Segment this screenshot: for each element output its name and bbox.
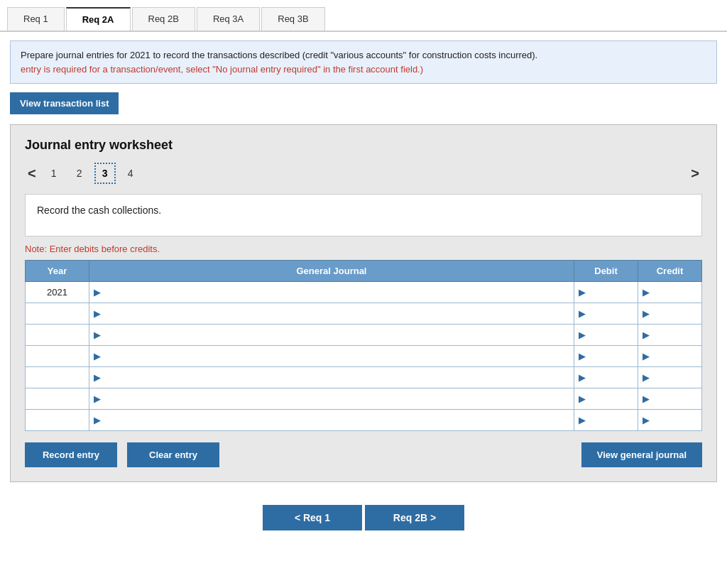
tab-req3a[interactable]: Req 3A xyxy=(197,7,260,31)
view-transaction-list-button[interactable]: View transaction list xyxy=(10,92,119,114)
table-row: ▶▶▶ xyxy=(26,410,702,431)
table-row: 2021▶▶▶ xyxy=(26,282,702,303)
credit-arrow-icon: ▶ xyxy=(643,372,650,383)
tab-req1[interactable]: Req 1 xyxy=(7,7,65,31)
year-cell xyxy=(26,325,89,346)
general-journal-cell[interactable]: ▶ xyxy=(89,367,574,388)
year-cell: 2021 xyxy=(26,282,89,303)
step-3-button[interactable]: 3 xyxy=(94,163,116,184)
clear-entry-button[interactable]: Clear entry xyxy=(127,442,219,467)
worksheet-title: Journal entry worksheet xyxy=(25,138,702,153)
step-navigator: < 1 2 3 4 > xyxy=(25,163,702,184)
record-entry-button[interactable]: Record entry xyxy=(25,442,117,467)
debit-cell[interactable]: ▶ xyxy=(574,388,638,410)
year-cell xyxy=(26,346,89,367)
general-journal-cell[interactable]: ▶ xyxy=(89,346,574,367)
credit-arrow-icon: ▶ xyxy=(643,393,650,404)
tab-req2a[interactable]: Req 2A xyxy=(66,7,131,31)
gj-arrow-icon: ▶ xyxy=(94,372,101,383)
debit-cell[interactable]: ▶ xyxy=(574,346,638,367)
debit-arrow-icon: ▶ xyxy=(579,308,586,319)
tab-req3b[interactable]: Req 3B xyxy=(261,7,324,31)
next-step-button[interactable]: > xyxy=(688,165,702,182)
prev-step-button[interactable]: < xyxy=(25,165,39,182)
gj-arrow-icon: ▶ xyxy=(94,287,101,298)
journal-table: Year General Journal Debit Credit 2021▶▶… xyxy=(25,260,702,431)
credit-cell[interactable]: ▶ xyxy=(638,303,702,325)
debit-cell[interactable]: ▶ xyxy=(574,410,638,431)
table-row: ▶▶▶ xyxy=(26,367,702,388)
action-buttons: Record entry Clear entry View general jo… xyxy=(25,442,702,467)
general-journal-cell[interactable]: ▶ xyxy=(89,410,574,431)
debit-arrow-icon: ▶ xyxy=(579,372,586,383)
general-journal-cell[interactable]: ▶ xyxy=(89,325,574,346)
step-1-button[interactable]: 1 xyxy=(43,163,65,184)
gj-arrow-icon: ▶ xyxy=(94,351,101,361)
credit-arrow-icon: ▶ xyxy=(643,415,650,425)
instruction-text: Record the cash collections. xyxy=(37,205,161,216)
col-header-credit: Credit xyxy=(638,261,702,282)
view-general-journal-button[interactable]: View general journal xyxy=(581,442,702,467)
general-journal-cell[interactable]: ▶ xyxy=(89,388,574,410)
credit-arrow-icon: ▶ xyxy=(643,351,650,361)
instruction-box: Record the cash collections. xyxy=(25,194,702,236)
prev-nav-button[interactable]: < Req 1 xyxy=(263,505,362,530)
col-header-debit: Debit xyxy=(574,261,638,282)
debit-arrow-icon: ▶ xyxy=(579,330,586,340)
col-header-gj: General Journal xyxy=(89,261,574,282)
credit-cell[interactable]: ▶ xyxy=(638,388,702,410)
credit-cell[interactable]: ▶ xyxy=(638,346,702,367)
credit-cell[interactable]: ▶ xyxy=(638,367,702,388)
credit-arrow-icon: ▶ xyxy=(643,287,650,298)
credit-cell[interactable]: ▶ xyxy=(638,325,702,346)
info-box: Prepare journal entries for 2021 to reco… xyxy=(10,40,717,84)
debit-cell[interactable]: ▶ xyxy=(574,303,638,325)
gj-arrow-icon: ▶ xyxy=(94,415,101,425)
gj-arrow-icon: ▶ xyxy=(94,330,101,340)
note-text: Note: Enter debits before credits. xyxy=(25,244,702,254)
year-cell xyxy=(26,388,89,410)
debit-arrow-icon: ▶ xyxy=(579,351,586,361)
credit-arrow-icon: ▶ xyxy=(643,308,650,319)
debit-cell[interactable]: ▶ xyxy=(574,325,638,346)
year-cell xyxy=(26,410,89,431)
debit-arrow-icon: ▶ xyxy=(579,393,586,404)
credit-cell[interactable]: ▶ xyxy=(638,410,702,431)
col-header-year: Year xyxy=(26,261,89,282)
tab-req2b[interactable]: Req 2B xyxy=(132,7,195,31)
tabs-bar: Req 1 Req 2A Req 2B Req 3A Req 3B xyxy=(0,0,727,32)
debit-arrow-icon: ▶ xyxy=(579,287,586,298)
table-row: ▶▶▶ xyxy=(26,346,702,367)
next-nav-button[interactable]: Req 2B > xyxy=(365,505,464,530)
table-row: ▶▶▶ xyxy=(26,388,702,410)
year-cell xyxy=(26,303,89,325)
debit-cell[interactable]: ▶ xyxy=(574,282,638,303)
gj-arrow-icon: ▶ xyxy=(94,308,101,319)
debit-arrow-icon: ▶ xyxy=(579,415,586,425)
worksheet-container: Journal entry worksheet < 1 2 3 4 > Reco… xyxy=(10,124,717,482)
bottom-navigation: < Req 1 Req 2B > xyxy=(0,505,727,545)
info-main-text: Prepare journal entries for 2021 to reco… xyxy=(21,50,537,60)
step-2-button[interactable]: 2 xyxy=(69,163,90,184)
debit-cell[interactable]: ▶ xyxy=(574,367,638,388)
general-journal-cell[interactable]: ▶ xyxy=(89,282,574,303)
table-row: ▶▶▶ xyxy=(26,303,702,325)
step-4-button[interactable]: 4 xyxy=(120,163,141,184)
info-red-text: entry is required for a transaction/even… xyxy=(21,64,423,75)
gj-arrow-icon: ▶ xyxy=(94,393,101,404)
table-row: ▶▶▶ xyxy=(26,325,702,346)
general-journal-cell[interactable]: ▶ xyxy=(89,303,574,325)
year-cell xyxy=(26,367,89,388)
credit-arrow-icon: ▶ xyxy=(643,330,650,340)
credit-cell[interactable]: ▶ xyxy=(638,282,702,303)
